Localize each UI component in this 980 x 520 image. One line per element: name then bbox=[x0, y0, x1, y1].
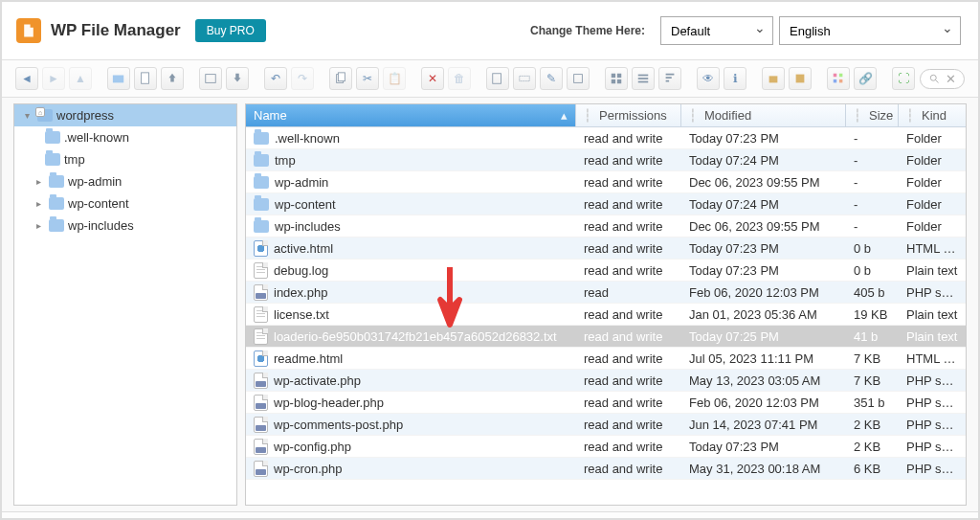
preview-button[interactable]: 👁 bbox=[697, 67, 720, 90]
file-row[interactable]: wp-cron.phpread and writeMay 31, 2023 00… bbox=[246, 458, 966, 480]
file-icon bbox=[254, 328, 268, 345]
file-row[interactable]: debug.logread and writeToday 07:23 PM0 b… bbox=[246, 260, 966, 282]
file-row[interactable]: wp-activate.phpread and writeMay 13, 202… bbox=[246, 370, 966, 392]
download-button[interactable] bbox=[226, 67, 249, 90]
new-file-button[interactable] bbox=[134, 67, 157, 90]
file-icon bbox=[254, 306, 268, 323]
archive-button[interactable] bbox=[789, 67, 812, 90]
language-select[interactable]: English bbox=[779, 16, 961, 45]
file-size: 41 b bbox=[846, 327, 899, 347]
info-button[interactable]: ℹ bbox=[724, 67, 746, 90]
paste-button[interactable]: 📋 bbox=[383, 67, 406, 90]
column-size[interactable]: ┆Size bbox=[846, 104, 899, 126]
column-kind[interactable]: ┆Kind bbox=[899, 104, 966, 126]
buy-pro-button[interactable]: Buy PRO bbox=[195, 19, 266, 42]
expand-icon[interactable]: ▸ bbox=[32, 176, 45, 187]
list-header: Name▴ ┆Permissions ┆Modified ┆Size ┆Kind bbox=[246, 104, 966, 127]
rename-button[interactable] bbox=[513, 67, 536, 90]
icons-view-button[interactable] bbox=[605, 67, 628, 90]
file-kind: Folder bbox=[899, 128, 966, 148]
file-name: wp-blog-header.php bbox=[274, 396, 384, 410]
file-row[interactable]: tmpread and writeToday 07:24 PM-Folder bbox=[246, 149, 966, 171]
tree-item[interactable]: ▸wp-admin bbox=[14, 170, 236, 192]
duplicate-button[interactable] bbox=[486, 67, 509, 90]
folder-icon bbox=[49, 175, 64, 188]
tree-item[interactable]: tmp bbox=[14, 148, 236, 170]
column-modified[interactable]: ┆Modified bbox=[681, 104, 846, 126]
trash-button[interactable]: 🗑 bbox=[448, 67, 471, 90]
resize-button[interactable] bbox=[567, 67, 590, 90]
open-button[interactable] bbox=[199, 67, 222, 90]
file-row[interactable]: wp-contentread and writeToday 07:24 PM-F… bbox=[246, 193, 966, 215]
copy-button[interactable] bbox=[329, 67, 352, 90]
theme-select[interactable]: Default bbox=[660, 16, 773, 45]
file-permissions: read and write bbox=[576, 216, 681, 237]
fullscreen-button[interactable]: ⛶ bbox=[892, 67, 915, 90]
column-name[interactable]: Name▴ bbox=[246, 104, 576, 126]
extract-button[interactable] bbox=[762, 67, 785, 90]
cut-button[interactable]: ✂ bbox=[356, 67, 379, 90]
folder-icon bbox=[254, 198, 269, 211]
file-row[interactable]: wp-config.phpread and writeToday 07:23 P… bbox=[246, 436, 966, 458]
file-modified: May 31, 2023 00:18 AM bbox=[681, 459, 846, 479]
expand-icon[interactable]: ▸ bbox=[32, 198, 45, 209]
permissions-button[interactable] bbox=[827, 67, 850, 90]
file-name: wp-includes bbox=[275, 219, 341, 234]
delete-button[interactable]: ✕ bbox=[421, 67, 444, 90]
search-icon bbox=[928, 73, 940, 84]
tree-item[interactable]: .well-known bbox=[14, 126, 236, 148]
tree-item[interactable]: ▸wp-includes bbox=[14, 215, 236, 237]
file-list-body[interactable]: .well-knownread and writeToday 07:23 PM-… bbox=[246, 127, 966, 505]
undo-button[interactable]: ↶ bbox=[264, 67, 287, 90]
status-selection: loaderio-6e950b031742fb21eb457a6052d2683… bbox=[237, 516, 551, 520]
file-name: wp-activate.php bbox=[274, 373, 361, 388]
file-row[interactable]: readme.htmlread and writeJul 05, 2023 11… bbox=[246, 348, 966, 370]
file-kind: PHP source bbox=[899, 437, 966, 457]
tree-root-label: wordpress bbox=[56, 108, 114, 123]
expand-icon[interactable]: ▸ bbox=[32, 220, 45, 231]
close-search-icon[interactable]: ✕ bbox=[946, 72, 956, 86]
file-modified: Today 07:24 PM bbox=[681, 194, 846, 215]
file-row[interactable]: .well-knownread and writeToday 07:23 PM-… bbox=[246, 127, 966, 149]
file-row[interactable]: index.phpreadFeb 06, 2020 12:03 PM405 bP… bbox=[246, 282, 966, 304]
tree-root-item[interactable]: ▾ ⌂ wordpress bbox=[14, 104, 236, 126]
svg-rect-12 bbox=[638, 75, 649, 77]
sort-button[interactable] bbox=[658, 67, 681, 90]
file-row[interactable]: wp-includesread and writeDec 06, 2023 09… bbox=[246, 215, 966, 237]
file-name: index.php bbox=[274, 285, 327, 300]
file-size: - bbox=[846, 216, 899, 237]
svg-rect-6 bbox=[520, 76, 530, 80]
expand-icon[interactable]: ▾ bbox=[20, 110, 33, 121]
list-view-button[interactable] bbox=[632, 67, 655, 90]
folder-icon bbox=[45, 131, 60, 144]
back-button[interactable]: ◄ bbox=[15, 67, 38, 90]
new-folder-button[interactable] bbox=[107, 67, 130, 90]
tree-item[interactable]: ▸wp-content bbox=[14, 192, 236, 215]
upload-button[interactable] bbox=[161, 67, 184, 90]
column-permissions[interactable]: ┆Permissions bbox=[576, 104, 681, 126]
file-name: wp-content bbox=[275, 197, 336, 212]
tree-item-label: .well-known bbox=[64, 130, 129, 145]
file-permissions: read and write bbox=[576, 459, 681, 479]
file-size: 2 KB bbox=[846, 437, 899, 457]
file-row[interactable]: license.txtread and writeJan 01, 2023 05… bbox=[246, 304, 966, 326]
link-button[interactable]: 🔗 bbox=[854, 67, 877, 90]
file-row[interactable]: wp-comments-post.phpread and writeJun 14… bbox=[246, 414, 966, 436]
file-row[interactable]: active.htmlread and writeToday 07:23 PM0… bbox=[246, 237, 966, 260]
edit-button[interactable]: ✎ bbox=[540, 67, 563, 90]
file-row[interactable]: loaderio-6e950b031742fb21eb457a6052d2683… bbox=[246, 326, 966, 348]
redo-button[interactable]: ↷ bbox=[291, 67, 314, 90]
up-button[interactable]: ▲ bbox=[69, 67, 92, 90]
svg-rect-16 bbox=[796, 75, 805, 83]
folder-tree[interactable]: ▾ ⌂ wordpress .well-knowntmp▸wp-admin▸wp… bbox=[13, 103, 237, 506]
file-permissions: read and write bbox=[576, 327, 681, 347]
file-row[interactable]: wp-adminread and writeDec 06, 2023 09:55… bbox=[246, 171, 966, 193]
file-kind: PHP source bbox=[899, 371, 966, 391]
file-row[interactable]: wp-blog-header.phpread and writeFeb 06, … bbox=[246, 392, 966, 414]
svg-rect-1 bbox=[142, 73, 149, 83]
forward-button[interactable]: ► bbox=[42, 67, 65, 90]
file-permissions: read and write bbox=[576, 415, 681, 435]
file-list-pane: Name▴ ┆Permissions ┆Modified ┆Size ┆Kind… bbox=[245, 103, 967, 506]
file-modified: Today 07:23 PM bbox=[681, 238, 846, 259]
search-box[interactable]: ✕ bbox=[920, 69, 965, 89]
